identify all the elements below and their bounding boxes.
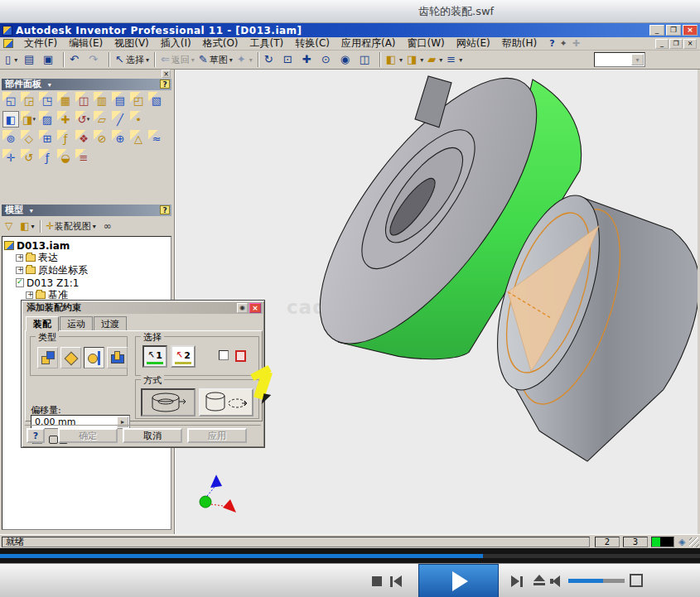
volume-button[interactable] xyxy=(550,575,562,586)
pick-part-first-checkbox[interactable] xyxy=(219,350,229,360)
redo-button[interactable]: ↷ xyxy=(87,51,105,68)
shrinkwrap-icon[interactable]: ⊘ xyxy=(94,130,110,147)
content-center-icon[interactable]: ◳ xyxy=(39,92,56,108)
bom-editor-icon[interactable]: ⊞ xyxy=(39,130,56,147)
place-component-icon[interactable]: ◱ xyxy=(2,92,19,108)
window-title-bar[interactable]: Autodesk Inventor Professional 11 - [D01… xyxy=(0,23,700,37)
work-axis-icon[interactable]: ╱ xyxy=(112,111,128,128)
tree-item-representations[interactable]: 表达 xyxy=(4,252,169,264)
tab-assembly[interactable]: 装配 xyxy=(26,316,59,331)
sketch-button[interactable]: ✎草图 xyxy=(197,51,234,68)
axis-style-button[interactable]: ≡ xyxy=(445,51,464,68)
model-panel-header[interactable]: 模型 ? xyxy=(2,205,171,216)
outside-solution-button[interactable] xyxy=(199,388,253,416)
body-style-button[interactable]: ◨ xyxy=(405,51,425,68)
video-seek-bar[interactable] xyxy=(0,548,700,563)
zoom-button[interactable]: ⊙ xyxy=(320,51,338,68)
dialog-close-icon[interactable]: × xyxy=(249,303,261,313)
import-icon[interactable]: ▧ xyxy=(148,92,165,108)
next-button[interactable] xyxy=(511,575,523,587)
pin-icon[interactable]: ◉ xyxy=(237,303,248,313)
tree-item-origin[interactable]: 原始坐标系 xyxy=(4,264,169,277)
parts-panel-help-icon[interactable]: ? xyxy=(160,79,170,89)
add-toolbar-icon[interactable]: ✚ xyxy=(572,38,580,49)
parts-panel-header[interactable]: 部件面板 ? xyxy=(2,79,171,90)
zoom-window-button[interactable]: ⊡ xyxy=(282,51,300,68)
constraint-icon[interactable]: ◧ xyxy=(2,111,19,128)
panel-grip[interactable]: × xyxy=(0,70,174,79)
save-button[interactable]: ▣ xyxy=(41,51,60,68)
harness-icon[interactable]: ≈ xyxy=(148,130,165,147)
browser-structure-icon[interactable]: ≡ xyxy=(75,149,92,166)
open-button[interactable]: ▤ xyxy=(22,51,41,68)
weldment-icon[interactable]: △ xyxy=(130,130,147,147)
expand-icon[interactable] xyxy=(26,291,33,299)
play-button[interactable] xyxy=(418,564,499,597)
expand-icon[interactable] xyxy=(16,267,23,274)
resize-grip[interactable] xyxy=(689,537,699,547)
undo-button[interactable]: ↶ xyxy=(68,51,86,68)
combo-dropdown-icon[interactable]: ▾ xyxy=(631,54,644,65)
menu-item[interactable]: 插入(I) xyxy=(155,36,197,50)
cancel-button[interactable]: 取消 xyxy=(123,428,182,443)
style-button[interactable]: ✦ xyxy=(235,51,254,68)
work-point-icon[interactable]: • xyxy=(130,111,147,128)
dialog-title-bar[interactable]: 添加装配约束 xyxy=(23,302,263,314)
menu-item[interactable]: 转换(C) xyxy=(289,36,336,50)
create-ipart-icon[interactable]: ❖ xyxy=(75,130,92,147)
new-button[interactable]: ▯ xyxy=(3,51,22,68)
appearance-icon[interactable]: ◒ xyxy=(57,149,74,166)
bom-icon[interactable]: ▤ xyxy=(112,92,128,108)
angle-constraint-button[interactable] xyxy=(60,347,81,368)
menu-item[interactable]: 帮助(H) xyxy=(496,36,543,50)
child-restore-button[interactable]: ❐ xyxy=(669,39,683,49)
dialog-help-button[interactable]: ? xyxy=(27,428,45,443)
maximize-button[interactable]: ❐ xyxy=(666,25,681,36)
look-at-button[interactable]: ◫ xyxy=(358,51,376,68)
eject-button[interactable] xyxy=(533,575,545,586)
seek-track[interactable] xyxy=(0,554,700,558)
mate-constraint-button[interactable] xyxy=(37,347,58,368)
free-move-icon[interactable]: ✛ xyxy=(2,149,19,166)
help-topics-icon[interactable]: ? xyxy=(549,38,554,49)
section-view-icon[interactable]: ▨ xyxy=(39,111,56,128)
create-component-icon[interactable]: ◲ xyxy=(21,92,37,108)
close-button[interactable]: × xyxy=(683,25,698,36)
menu-item[interactable]: 格式(O) xyxy=(197,36,244,50)
mirror-components-icon[interactable]: ◫ xyxy=(75,92,92,108)
update-button[interactable]: ↻ xyxy=(263,51,281,68)
volume-slider[interactable] xyxy=(568,579,625,583)
rotate-component-icon[interactable]: ↺ xyxy=(75,111,92,128)
tree-item-root[interactable]: D013.iam xyxy=(4,239,169,252)
parameter-combobox[interactable]: ▾ xyxy=(594,52,645,67)
pattern-component-icon[interactable]: ▦ xyxy=(57,92,74,108)
inside-solution-button[interactable] xyxy=(141,388,196,416)
browser-view-select[interactable]: ✛ 装配视图 xyxy=(44,219,99,234)
menu-item[interactable]: 视图(V) xyxy=(109,36,155,50)
fx-parameters-icon[interactable]: ƒ xyxy=(39,149,56,166)
offset-input[interactable]: 0.00 mm ▸ xyxy=(31,415,130,429)
return-button[interactable]: ⇐返回 xyxy=(159,51,196,68)
tab-motion[interactable]: 运动 xyxy=(60,316,93,330)
panel-close-icon[interactable]: × xyxy=(162,70,171,78)
orbit-button[interactable]: ◉ xyxy=(339,51,357,68)
fullscreen-button[interactable] xyxy=(630,574,643,587)
filter-button[interactable]: ▽ xyxy=(2,219,15,234)
second-selection-button[interactable]: ↖ 2 xyxy=(171,345,196,368)
imate-icon[interactable]: ◇ xyxy=(21,130,37,147)
find-button[interactable]: ∞ xyxy=(101,219,114,234)
ok-button[interactable]: 确定 xyxy=(58,428,118,443)
model-panel-help-icon[interactable]: ? xyxy=(160,205,170,214)
plane-style-button[interactable]: ▰ xyxy=(426,51,444,68)
apply-button[interactable]: 应用 xyxy=(187,428,247,443)
tree-item-part[interactable]: D013 Z1:1 xyxy=(4,277,169,289)
child-minimize-button[interactable]: _ xyxy=(655,39,669,49)
minimize-button[interactable]: _ xyxy=(649,25,664,36)
replace-component-icon[interactable]: ◨ xyxy=(21,111,37,128)
menu-item[interactable]: 应用程序(A) xyxy=(336,36,402,50)
grounded-point-icon[interactable]: ⊚ xyxy=(2,130,19,147)
expand-icon[interactable] xyxy=(16,254,23,262)
child-close-button[interactable]: × xyxy=(683,39,697,49)
sort-button[interactable]: ◧ xyxy=(17,219,36,234)
move-component-icon[interactable]: ✚ xyxy=(57,111,74,128)
